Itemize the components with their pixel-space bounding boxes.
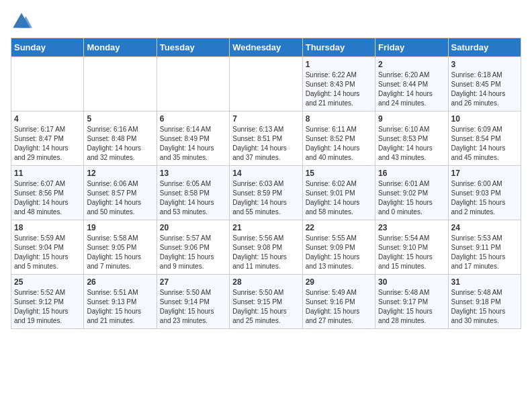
calendar-cell [84,57,157,111]
calendar-cell: 20 Sunrise: 5:57 AM Sunset: 9:06 PM Dayl… [157,220,229,275]
day-info: Sunrise: 5:48 AM Sunset: 9:18 PM Dayligh… [451,289,506,324]
day-header-wednesday: Wednesday [230,38,302,57]
day-info: Sunrise: 6:00 AM Sunset: 9:03 PM Dayligh… [451,180,506,216]
calendar-cell: 2 Sunrise: 6:20 AM Sunset: 8:44 PM Dayli… [375,57,448,111]
calendar-cell: 14 Sunrise: 6:03 AM Sunset: 8:59 PM Dayl… [230,166,302,220]
day-info: Sunrise: 5:50 AM Sunset: 9:15 PM Dayligh… [232,289,287,324]
day-number: 25 [14,277,81,287]
day-number: 3 [451,60,518,69]
day-number: 29 [306,277,372,287]
day-number: 4 [14,114,81,124]
calendar-cell: 1 Sunrise: 6:22 AM Sunset: 8:43 PM Dayli… [302,57,375,111]
day-info: Sunrise: 5:58 AM Sunset: 9:05 PM Dayligh… [87,234,141,270]
calendar-cell: 7 Sunrise: 6:13 AM Sunset: 8:51 PM Dayli… [230,111,302,166]
calendar-cell: 30 Sunrise: 5:48 AM Sunset: 9:17 PM Dayl… [375,275,448,329]
day-info: Sunrise: 6:01 AM Sunset: 9:02 PM Dayligh… [378,180,433,216]
day-number: 24 [451,223,518,232]
logo [11,11,35,32]
day-header-friday: Friday [375,38,448,57]
calendar-cell: 13 Sunrise: 6:05 AM Sunset: 8:58 PM Dayl… [157,166,229,220]
calendar-cell [230,57,302,111]
calendar-week-row: 25 Sunrise: 5:52 AM Sunset: 9:12 PM Dayl… [11,275,521,329]
day-info: Sunrise: 5:49 AM Sunset: 9:16 PM Dayligh… [306,289,360,324]
calendar-cell: 22 Sunrise: 5:55 AM Sunset: 9:09 PM Dayl… [302,220,375,275]
day-number: 17 [451,169,518,178]
day-number: 15 [306,169,372,178]
calendar-cell: 12 Sunrise: 6:06 AM Sunset: 8:57 PM Dayl… [84,166,157,220]
day-number: 16 [378,169,445,178]
day-header-monday: Monday [84,38,157,57]
calendar-cell: 11 Sunrise: 6:07 AM Sunset: 8:56 PM Dayl… [11,166,84,220]
calendar-cell: 8 Sunrise: 6:11 AM Sunset: 8:52 PM Dayli… [302,111,375,166]
calendar-cell: 5 Sunrise: 6:16 AM Sunset: 8:48 PM Dayli… [84,111,157,166]
day-info: Sunrise: 6:18 AM Sunset: 8:45 PM Dayligh… [451,71,506,107]
day-number: 19 [87,223,153,232]
calendar-cell: 21 Sunrise: 5:56 AM Sunset: 9:08 PM Dayl… [230,220,302,275]
day-info: Sunrise: 5:54 AM Sunset: 9:10 PM Dayligh… [378,234,433,270]
calendar-week-row: 1 Sunrise: 6:22 AM Sunset: 8:43 PM Dayli… [11,57,521,111]
calendar-cell: 18 Sunrise: 5:59 AM Sunset: 9:04 PM Dayl… [11,220,84,275]
day-number: 28 [232,277,299,287]
day-number: 23 [378,223,445,232]
day-info: Sunrise: 6:07 AM Sunset: 8:56 PM Dayligh… [14,180,69,216]
calendar-cell [157,57,229,111]
day-info: Sunrise: 6:20 AM Sunset: 8:44 PM Dayligh… [378,71,433,107]
calendar-cell: 9 Sunrise: 6:10 AM Sunset: 8:53 PM Dayli… [375,111,448,166]
day-info: Sunrise: 5:52 AM Sunset: 9:12 PM Dayligh… [14,289,69,324]
day-number: 22 [306,223,372,232]
day-info: Sunrise: 6:17 AM Sunset: 8:47 PM Dayligh… [14,126,69,161]
day-number: 1 [306,60,372,69]
day-number: 13 [160,169,226,178]
calendar-cell: 29 Sunrise: 5:49 AM Sunset: 9:16 PM Dayl… [302,275,375,329]
day-info: Sunrise: 6:10 AM Sunset: 8:53 PM Dayligh… [378,126,433,161]
calendar-cell: 26 Sunrise: 5:51 AM Sunset: 9:13 PM Dayl… [84,275,157,329]
calendar-cell: 6 Sunrise: 6:14 AM Sunset: 8:49 PM Dayli… [157,111,229,166]
day-info: Sunrise: 6:06 AM Sunset: 8:57 PM Dayligh… [87,180,141,216]
day-number: 8 [306,114,372,124]
calendar-cell [11,57,84,111]
calendar-week-row: 11 Sunrise: 6:07 AM Sunset: 8:56 PM Dayl… [11,166,521,220]
day-info: Sunrise: 6:02 AM Sunset: 9:01 PM Dayligh… [306,180,360,216]
day-info: Sunrise: 6:16 AM Sunset: 8:48 PM Dayligh… [87,126,141,161]
day-header-saturday: Saturday [448,38,521,57]
calendar-cell: 19 Sunrise: 5:58 AM Sunset: 9:05 PM Dayl… [84,220,157,275]
day-header-sunday: Sunday [11,38,84,57]
day-number: 20 [160,223,226,232]
day-info: Sunrise: 5:56 AM Sunset: 9:08 PM Dayligh… [232,234,287,270]
day-info: Sunrise: 6:03 AM Sunset: 8:59 PM Dayligh… [232,180,287,216]
calendar-cell: 27 Sunrise: 5:50 AM Sunset: 9:14 PM Dayl… [157,275,229,329]
day-number: 2 [378,60,445,69]
day-header-tuesday: Tuesday [157,38,229,57]
calendar-cell: 23 Sunrise: 5:54 AM Sunset: 9:10 PM Dayl… [375,220,448,275]
calendar-cell: 10 Sunrise: 6:09 AM Sunset: 8:54 PM Dayl… [448,111,521,166]
calendar-table: SundayMondayTuesdayWednesdayThursdayFrid… [11,38,521,329]
calendar-week-row: 4 Sunrise: 6:17 AM Sunset: 8:47 PM Dayli… [11,111,521,166]
day-info: Sunrise: 6:05 AM Sunset: 8:58 PM Dayligh… [160,180,214,216]
calendar-cell: 4 Sunrise: 6:17 AM Sunset: 8:47 PM Dayli… [11,111,84,166]
day-info: Sunrise: 5:53 AM Sunset: 9:11 PM Dayligh… [451,234,506,270]
day-info: Sunrise: 6:14 AM Sunset: 8:49 PM Dayligh… [160,126,214,161]
day-number: 31 [451,277,518,287]
day-number: 5 [87,114,153,124]
day-number: 10 [451,114,518,124]
day-number: 26 [87,277,153,287]
day-info: Sunrise: 6:09 AM Sunset: 8:54 PM Dayligh… [451,126,506,161]
day-number: 7 [232,114,299,124]
page-header [11,11,521,32]
day-number: 9 [378,114,445,124]
calendar-week-row: 18 Sunrise: 5:59 AM Sunset: 9:04 PM Dayl… [11,220,521,275]
day-number: 6 [160,114,226,124]
day-info: Sunrise: 5:59 AM Sunset: 9:04 PM Dayligh… [14,234,69,270]
calendar-cell: 16 Sunrise: 6:01 AM Sunset: 9:02 PM Dayl… [375,166,448,220]
day-info: Sunrise: 5:48 AM Sunset: 9:17 PM Dayligh… [378,289,433,324]
day-info: Sunrise: 5:57 AM Sunset: 9:06 PM Dayligh… [160,234,214,270]
day-info: Sunrise: 5:50 AM Sunset: 9:14 PM Dayligh… [160,289,214,324]
calendar-cell: 31 Sunrise: 5:48 AM Sunset: 9:18 PM Dayl… [448,275,521,329]
day-number: 18 [14,223,81,232]
day-info: Sunrise: 5:51 AM Sunset: 9:13 PM Dayligh… [87,289,141,324]
day-number: 11 [14,169,81,178]
calendar-cell: 25 Sunrise: 5:52 AM Sunset: 9:12 PM Dayl… [11,275,84,329]
logo-icon [11,11,32,32]
day-number: 21 [232,223,299,232]
day-header-thursday: Thursday [302,38,375,57]
